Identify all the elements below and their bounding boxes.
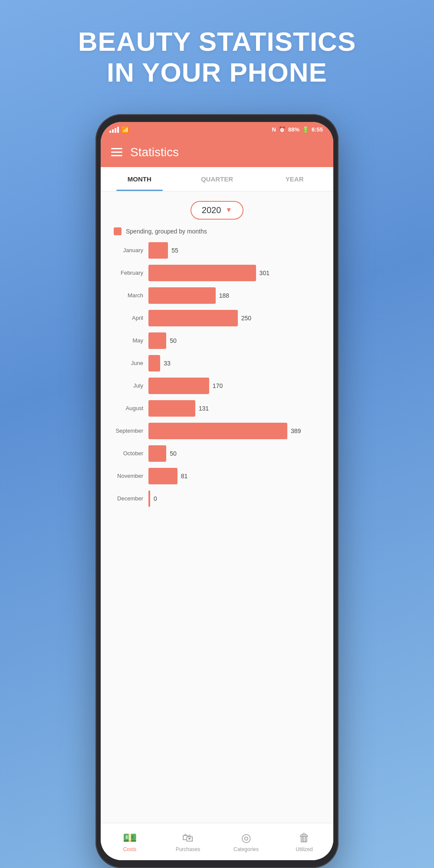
bar-value: 33	[164, 360, 171, 367]
bar-container: 33	[148, 355, 325, 372]
battery-percent: 88%	[288, 126, 299, 133]
bar	[148, 355, 160, 372]
bar-container: 50	[148, 445, 325, 462]
nav-label-categories: Categories	[233, 846, 259, 852]
month-label: January	[109, 247, 148, 253]
header-title: Statistics	[130, 145, 179, 159]
nfc-icon: N	[272, 126, 276, 133]
chart-row: October50	[109, 445, 325, 462]
chart-row: January55	[109, 242, 325, 259]
bar-container: 131	[148, 400, 325, 417]
nav-item-utilized[interactable]: 🗑Utilized	[275, 823, 333, 860]
bar	[148, 332, 166, 349]
legend-color-box	[114, 227, 122, 235]
tab-month[interactable]: MONTH	[101, 167, 178, 191]
bar	[148, 445, 166, 462]
bottom-nav: 💵Costs🛍Purchases◎Categories🗑Utilized	[101, 823, 333, 860]
utilized-icon: 🗑	[299, 831, 310, 845]
chart-row: November81	[109, 468, 325, 484]
bar	[148, 310, 238, 326]
chart-row: July170	[109, 378, 325, 394]
bar	[148, 423, 287, 439]
bar	[148, 400, 195, 417]
menu-button[interactable]	[111, 148, 122, 156]
month-label: April	[109, 315, 148, 321]
chart-row: September389	[109, 423, 325, 439]
nav-label-utilized: Utilized	[296, 846, 312, 852]
chart-row: March188	[109, 287, 325, 304]
bar-value: 131	[199, 405, 209, 412]
bar-container: 170	[148, 378, 325, 394]
month-label: May	[109, 337, 148, 344]
chart-legend: Spending, grouped by months	[109, 227, 325, 235]
bar	[148, 287, 216, 304]
bar-value: 81	[181, 473, 188, 480]
bar-value: 0	[154, 495, 157, 502]
month-label: February	[109, 270, 148, 276]
month-label: September	[109, 427, 148, 434]
categories-icon: ◎	[241, 831, 251, 845]
alarm-icon: ⏰	[279, 126, 286, 133]
bar-container: 188	[148, 287, 325, 304]
tabs-bar: MONTH QUARTER YEAR	[101, 167, 333, 191]
nav-item-categories[interactable]: ◎Categories	[217, 823, 275, 860]
bar-value: 250	[241, 315, 251, 322]
month-label: November	[109, 473, 148, 479]
bar-container: 389	[148, 423, 325, 439]
bar-container: 250	[148, 310, 325, 326]
year-selector[interactable]: 2020 ▼	[191, 201, 243, 220]
bar-value: 389	[291, 427, 301, 434]
hero-title: BEAUTY STATISTICS IN YOUR PHONE	[78, 26, 356, 88]
bar-value: 170	[213, 382, 223, 389]
month-label: December	[109, 495, 148, 502]
month-label: March	[109, 292, 148, 299]
chart-row: December0	[109, 490, 325, 507]
chevron-down-icon: ▼	[225, 206, 232, 214]
nav-item-purchases[interactable]: 🛍Purchases	[159, 823, 217, 860]
wifi-icon: 📶	[122, 126, 129, 133]
bar-container: 81	[148, 468, 325, 484]
bar-container: 0	[148, 490, 325, 507]
purchases-icon: 🛍	[182, 831, 194, 845]
bar	[148, 490, 150, 507]
month-label: October	[109, 450, 148, 457]
tab-year[interactable]: YEAR	[256, 167, 333, 191]
nav-label-costs: Costs	[123, 846, 137, 852]
chart-row: June33	[109, 355, 325, 372]
signal-icon	[109, 127, 119, 133]
legend-label: Spending, grouped by months	[126, 228, 207, 235]
battery-icon: 🔋	[302, 126, 309, 133]
chart-section: Spending, grouped by months January55Feb…	[101, 227, 333, 513]
chart-row: April250	[109, 310, 325, 326]
bar	[148, 468, 178, 484]
bar	[148, 378, 209, 394]
bar-value: 188	[219, 292, 229, 299]
costs-icon: 💵	[123, 831, 137, 845]
chart-row: August131	[109, 400, 325, 417]
month-label: June	[109, 360, 148, 366]
bar-value: 301	[260, 270, 270, 276]
chart-rows: January55February301March188April250May5…	[109, 242, 325, 507]
bar-value: 55	[171, 247, 178, 254]
content-area: 2020 ▼ Spending, grouped by months Janua…	[101, 191, 333, 823]
app-header: Statistics	[101, 138, 333, 167]
bar-value: 50	[170, 337, 177, 344]
bar	[148, 242, 168, 259]
clock: 6:55	[312, 126, 323, 133]
chart-row: May50	[109, 332, 325, 349]
bar-container: 55	[148, 242, 325, 259]
bar-container: 50	[148, 332, 325, 349]
bar-value: 50	[170, 450, 177, 457]
chart-row: February301	[109, 265, 325, 281]
tab-quarter[interactable]: QUARTER	[178, 167, 256, 191]
phone-frame: 📶 N ⏰ 88% 🔋 6:55 Statistics MONT	[95, 114, 339, 868]
status-bar: 📶 N ⏰ 88% 🔋 6:55	[101, 122, 333, 138]
month-label: August	[109, 405, 148, 411]
bar	[148, 265, 256, 281]
year-value: 2020	[202, 205, 221, 215]
month-label: July	[109, 382, 148, 389]
bar-container: 301	[148, 265, 325, 281]
nav-item-costs[interactable]: 💵Costs	[101, 823, 159, 860]
nav-label-purchases: Purchases	[176, 846, 201, 852]
